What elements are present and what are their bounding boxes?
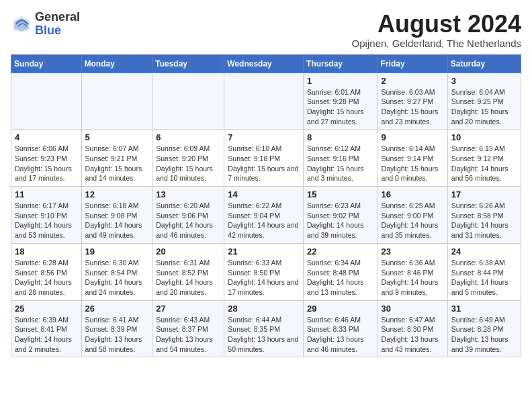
day-info: Sunrise: 6:10 AM Sunset: 9:18 PM Dayligh… — [228, 144, 300, 183]
day-info: Sunrise: 6:31 AM Sunset: 8:52 PM Dayligh… — [156, 258, 220, 298]
calendar-cell — [81, 73, 152, 130]
day-of-week-sunday: Sunday — [11, 54, 82, 73]
day-info: Sunrise: 6:44 AM Sunset: 8:35 PM Dayligh… — [228, 315, 300, 355]
calendar-cell: 30Sunrise: 6:47 AM Sunset: 8:30 PM Dayli… — [378, 300, 447, 357]
logo: General Blue — [11, 11, 80, 38]
logo-text: General Blue — [35, 11, 80, 38]
day-info: Sunrise: 6:12 AM Sunset: 9:16 PM Dayligh… — [307, 144, 374, 183]
day-info: Sunrise: 6:38 AM Sunset: 8:44 PM Dayligh… — [451, 258, 517, 298]
day-of-week-friday: Friday — [378, 54, 447, 73]
day-number: 7 — [228, 132, 300, 142]
day-number: 12 — [85, 189, 149, 199]
calendar-cell: 27Sunrise: 6:43 AM Sunset: 8:37 PM Dayli… — [152, 300, 224, 357]
calendar-cell — [152, 73, 224, 130]
day-number: 3 — [451, 76, 517, 86]
calendar-cell: 3Sunrise: 6:04 AM Sunset: 9:25 PM Daylig… — [447, 73, 521, 130]
day-info: Sunrise: 6:34 AM Sunset: 8:48 PM Dayligh… — [307, 258, 374, 298]
calendar-cell: 8Sunrise: 6:12 AM Sunset: 9:16 PM Daylig… — [303, 130, 378, 187]
day-info: Sunrise: 6:36 AM Sunset: 8:46 PM Dayligh… — [382, 258, 444, 298]
day-number: 29 — [307, 304, 374, 314]
calendar-cell: 7Sunrise: 6:10 AM Sunset: 9:18 PM Daylig… — [224, 130, 304, 187]
calendar-week-row: 11Sunrise: 6:17 AM Sunset: 9:10 PM Dayli… — [11, 187, 521, 244]
day-info: Sunrise: 6:28 AM Sunset: 8:56 PM Dayligh… — [15, 258, 78, 298]
calendar-cell: 22Sunrise: 6:34 AM Sunset: 8:48 PM Dayli… — [303, 243, 378, 300]
calendar-cell — [11, 73, 82, 130]
calendar-week-row: 4Sunrise: 6:06 AM Sunset: 9:23 PM Daylig… — [11, 130, 521, 187]
day-number: 30 — [382, 304, 444, 314]
day-info: Sunrise: 6:39 AM Sunset: 8:41 PM Dayligh… — [15, 315, 78, 355]
calendar-cell: 5Sunrise: 6:07 AM Sunset: 9:21 PM Daylig… — [81, 130, 152, 187]
calendar-cell: 18Sunrise: 6:28 AM Sunset: 8:56 PM Dayli… — [11, 243, 82, 300]
day-number: 26 — [85, 304, 149, 314]
day-number: 25 — [15, 304, 78, 314]
calendar-cell: 17Sunrise: 6:26 AM Sunset: 8:58 PM Dayli… — [447, 187, 521, 244]
calendar-cell: 6Sunrise: 6:09 AM Sunset: 9:20 PM Daylig… — [152, 130, 224, 187]
calendar-cell: 2Sunrise: 6:03 AM Sunset: 9:27 PM Daylig… — [378, 73, 447, 130]
title-area: August 2024 Opijnen, Gelderland, The Net… — [352, 11, 521, 49]
calendar-table: SundayMondayTuesdayWednesdayThursdayFrid… — [11, 54, 521, 358]
day-number: 11 — [15, 189, 78, 199]
calendar-header-row: SundayMondayTuesdayWednesdayThursdayFrid… — [11, 54, 521, 73]
day-number: 24 — [451, 246, 517, 257]
day-number: 9 — [382, 132, 444, 142]
day-info: Sunrise: 6:47 AM Sunset: 8:30 PM Dayligh… — [382, 315, 444, 355]
day-number: 5 — [85, 132, 149, 142]
day-info: Sunrise: 6:14 AM Sunset: 9:14 PM Dayligh… — [382, 144, 444, 183]
day-info: Sunrise: 6:33 AM Sunset: 8:50 PM Dayligh… — [228, 258, 300, 298]
calendar-cell: 14Sunrise: 6:22 AM Sunset: 9:04 PM Dayli… — [224, 187, 304, 244]
calendar-cell: 12Sunrise: 6:18 AM Sunset: 9:08 PM Dayli… — [81, 187, 152, 244]
calendar-cell: 1Sunrise: 6:01 AM Sunset: 9:28 PM Daylig… — [303, 73, 378, 130]
day-number: 28 — [228, 304, 300, 314]
calendar-cell: 11Sunrise: 6:17 AM Sunset: 9:10 PM Dayli… — [11, 187, 82, 244]
day-number: 17 — [451, 189, 517, 199]
day-of-week-monday: Monday — [81, 54, 152, 73]
day-number: 10 — [451, 132, 517, 142]
day-info: Sunrise: 6:07 AM Sunset: 9:21 PM Dayligh… — [85, 144, 149, 183]
day-number: 22 — [307, 246, 374, 257]
day-number: 1 — [307, 76, 374, 86]
day-info: Sunrise: 6:46 AM Sunset: 8:33 PM Dayligh… — [307, 315, 374, 355]
day-of-week-wednesday: Wednesday — [224, 54, 304, 73]
calendar-cell: 19Sunrise: 6:30 AM Sunset: 8:54 PM Dayli… — [81, 243, 152, 300]
day-info: Sunrise: 6:20 AM Sunset: 9:06 PM Dayligh… — [156, 201, 220, 240]
calendar-week-row: 25Sunrise: 6:39 AM Sunset: 8:41 PM Dayli… — [11, 300, 521, 357]
calendar-cell: 13Sunrise: 6:20 AM Sunset: 9:06 PM Dayli… — [152, 187, 224, 244]
day-info: Sunrise: 6:49 AM Sunset: 8:28 PM Dayligh… — [451, 315, 517, 355]
day-info: Sunrise: 6:25 AM Sunset: 9:00 PM Dayligh… — [382, 201, 444, 240]
calendar-week-row: 18Sunrise: 6:28 AM Sunset: 8:56 PM Dayli… — [11, 243, 521, 300]
day-number: 6 — [156, 132, 220, 142]
calendar-cell: 21Sunrise: 6:33 AM Sunset: 8:50 PM Dayli… — [224, 243, 304, 300]
day-number: 20 — [156, 246, 220, 257]
calendar-cell: 25Sunrise: 6:39 AM Sunset: 8:41 PM Dayli… — [11, 300, 82, 357]
day-info: Sunrise: 6:03 AM Sunset: 9:27 PM Dayligh… — [382, 87, 444, 127]
day-number: 27 — [156, 304, 220, 314]
calendar-cell: 28Sunrise: 6:44 AM Sunset: 8:35 PM Dayli… — [224, 300, 304, 357]
day-number: 13 — [156, 189, 220, 199]
calendar-cell: 16Sunrise: 6:25 AM Sunset: 9:00 PM Dayli… — [378, 187, 447, 244]
calendar-subtitle: Opijnen, Gelderland, The Netherlands — [352, 38, 521, 49]
calendar-cell: 29Sunrise: 6:46 AM Sunset: 8:33 PM Dayli… — [303, 300, 378, 357]
calendar-cell: 10Sunrise: 6:15 AM Sunset: 9:12 PM Dayli… — [447, 130, 521, 187]
day-number: 19 — [85, 246, 149, 257]
calendar-cell: 23Sunrise: 6:36 AM Sunset: 8:46 PM Dayli… — [378, 243, 447, 300]
day-info: Sunrise: 6:43 AM Sunset: 8:37 PM Dayligh… — [156, 315, 220, 355]
day-info: Sunrise: 6:30 AM Sunset: 8:54 PM Dayligh… — [85, 258, 149, 298]
day-info: Sunrise: 6:17 AM Sunset: 9:10 PM Dayligh… — [15, 201, 78, 240]
day-number: 31 — [451, 304, 517, 314]
day-number: 18 — [15, 246, 78, 257]
calendar-cell: 24Sunrise: 6:38 AM Sunset: 8:44 PM Dayli… — [447, 243, 521, 300]
day-info: Sunrise: 6:15 AM Sunset: 9:12 PM Dayligh… — [451, 144, 517, 183]
day-of-week-tuesday: Tuesday — [152, 54, 224, 73]
day-of-week-thursday: Thursday — [303, 54, 378, 73]
calendar-cell: 4Sunrise: 6:06 AM Sunset: 9:23 PM Daylig… — [11, 130, 82, 187]
day-of-week-saturday: Saturday — [447, 54, 521, 73]
day-number: 2 — [382, 76, 444, 86]
calendar-cell: 26Sunrise: 6:41 AM Sunset: 8:39 PM Dayli… — [81, 300, 152, 357]
calendar-cell: 31Sunrise: 6:49 AM Sunset: 8:28 PM Dayli… — [447, 300, 521, 357]
calendar-title: August 2024 — [352, 11, 521, 38]
calendar-cell: 20Sunrise: 6:31 AM Sunset: 8:52 PM Dayli… — [152, 243, 224, 300]
day-number: 16 — [382, 189, 444, 199]
day-number: 4 — [15, 132, 78, 142]
day-number: 14 — [228, 189, 300, 199]
day-number: 21 — [228, 246, 300, 257]
